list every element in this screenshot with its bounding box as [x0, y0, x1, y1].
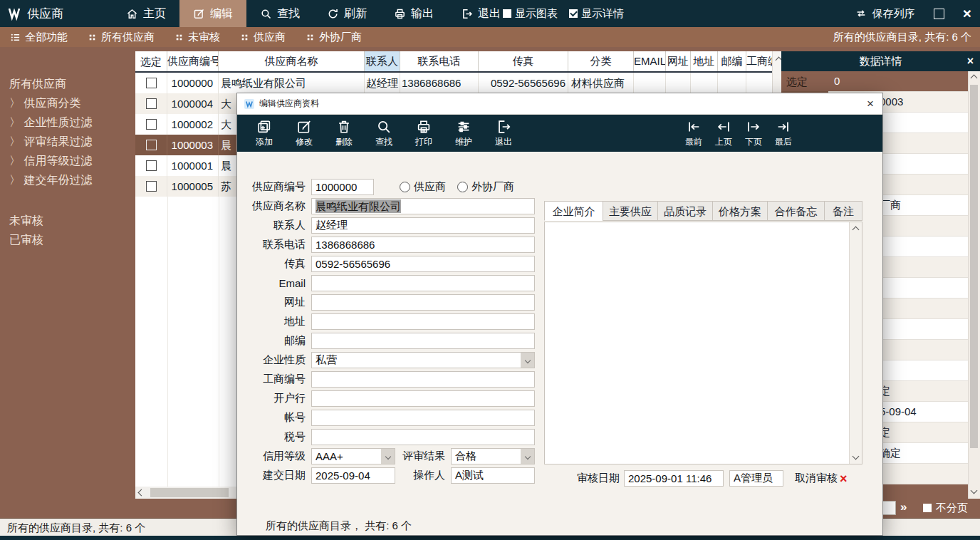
- sidebar-item-all-suppliers[interactable]: 所有供应商: [0, 74, 135, 93]
- show-chart-checkbox[interactable]: 显示图表: [503, 7, 558, 21]
- header-website[interactable]: 网址: [666, 51, 691, 71]
- nav-supplier[interactable]: 供应商: [230, 31, 296, 44]
- row-checkbox[interactable]: [146, 181, 157, 192]
- tab-price-plan[interactable]: 价格方案: [712, 201, 767, 221]
- account-field[interactable]: [311, 410, 535, 426]
- tab-quality-record[interactable]: 品质记录: [657, 201, 712, 221]
- table-row[interactable]: 1000000晨鸣纸业有限公司赵经理13868686860592-5656569…: [135, 73, 781, 93]
- company-profile-textarea[interactable]: [544, 222, 862, 464]
- row-checkbox[interactable]: [146, 140, 157, 150]
- menu-find[interactable]: 查找: [246, 0, 313, 27]
- row-checkbox[interactable]: [146, 78, 157, 88]
- row-checkbox[interactable]: [146, 119, 157, 130]
- show-details-checkbox[interactable]: 显示详情: [569, 7, 624, 21]
- header-contact[interactable]: 联系人: [365, 51, 400, 71]
- supplier-name-field[interactable]: 晨鸣纸业有限公司: [311, 198, 535, 214]
- dialog-maintain-button[interactable]: 维护: [444, 119, 484, 148]
- row-checkbox[interactable]: [146, 98, 157, 109]
- dialog-delete-button[interactable]: 删除: [324, 119, 364, 148]
- nav-last-button[interactable]: 最后: [768, 119, 798, 148]
- tab-main-supply[interactable]: 主要供应: [603, 201, 657, 221]
- radio-supplier[interactable]: 供应商: [400, 180, 446, 194]
- nav-first-button[interactable]: 最前: [679, 119, 709, 148]
- operator-field[interactable]: [451, 467, 535, 484]
- scroll-up-icon[interactable]: [853, 227, 860, 234]
- menu-edit[interactable]: 编辑: [179, 0, 246, 27]
- sidebar-item-supplier-category[interactable]: 〉 供应商分类: [0, 93, 135, 113]
- bank-field[interactable]: [311, 390, 535, 407]
- nav-prev-button[interactable]: 上页: [709, 119, 739, 148]
- nav-next-button[interactable]: 下页: [739, 119, 768, 148]
- nav-all-functions[interactable]: 全部功能: [0, 31, 78, 44]
- row-checkbox-cell[interactable]: [135, 114, 167, 135]
- header-fax[interactable]: 传真: [479, 51, 568, 71]
- row-checkbox[interactable]: [146, 160, 157, 171]
- dialog-print-button[interactable]: 打印: [404, 119, 444, 148]
- header-category[interactable]: 分类: [568, 51, 634, 71]
- close-button[interactable]: ×: [963, 0, 971, 27]
- nav-all-suppliers[interactable]: 所有供应商: [78, 31, 165, 44]
- scroll-down-icon[interactable]: [853, 453, 860, 460]
- chevron-down-icon[interactable]: [521, 353, 534, 368]
- nature-dropdown[interactable]: [311, 352, 535, 368]
- row-checkbox-cell[interactable]: [135, 135, 167, 155]
- review-dropdown[interactable]: [451, 448, 535, 464]
- nav-unaudited[interactable]: 未审核: [165, 31, 230, 44]
- email-field[interactable]: [311, 275, 535, 291]
- zipcode-field[interactable]: [311, 333, 535, 349]
- hscroll-thumb[interactable]: [150, 488, 229, 497]
- memo-scrollbar[interactable]: [849, 222, 862, 464]
- nav-outsource-vendor[interactable]: 外协厂商: [296, 31, 372, 44]
- header-supplier-name[interactable]: 供应商名称: [219, 51, 365, 71]
- scroll-up-icon[interactable]: [971, 75, 978, 82]
- row-checkbox-cell[interactable]: [135, 93, 167, 114]
- chevron-down-icon[interactable]: [521, 449, 534, 464]
- sidebar-item-nature-filter[interactable]: 〉 企业性质过滤: [0, 113, 135, 132]
- scroll-down-icon[interactable]: [971, 487, 978, 494]
- credit-dropdown[interactable]: [311, 448, 395, 464]
- dialog-close-icon[interactable]: ×: [867, 93, 874, 115]
- details-scroll-thumb[interactable]: [970, 85, 978, 448]
- business-no-field[interactable]: [311, 371, 535, 388]
- dialog-modify-button[interactable]: 修改: [284, 119, 324, 148]
- row-checkbox-cell[interactable]: [135, 155, 167, 176]
- header-supplier-no[interactable]: 供应商编号: [167, 51, 219, 71]
- tab-remarks[interactable]: 备注: [824, 201, 862, 221]
- row-checkbox-cell[interactable]: [135, 176, 167, 197]
- sidebar-item-credit-filter[interactable]: 〉 信用等级过滤: [0, 151, 135, 170]
- cancel-audit-link[interactable]: 取消审核 ×: [795, 472, 848, 485]
- dialog-add-button[interactable]: 添加: [244, 119, 284, 148]
- maximize-button[interactable]: [934, 9, 944, 19]
- detail-row[interactable]: 选定0: [781, 71, 969, 92]
- sidebar-item-review-filter[interactable]: 〉 评审结果过滤: [0, 132, 135, 151]
- chevron-down-icon[interactable]: [381, 449, 395, 464]
- website-field[interactable]: [311, 294, 535, 311]
- no-paging-checkbox[interactable]: [923, 504, 932, 512]
- contact-field[interactable]: [311, 217, 535, 234]
- menu-output[interactable]: 输出: [380, 0, 447, 27]
- header-zipcode[interactable]: 邮编: [718, 51, 746, 71]
- audit-date-field[interactable]: [624, 470, 724, 487]
- dialog-exit-button[interactable]: 退出: [484, 119, 523, 148]
- details-scrollbar[interactable]: [968, 71, 980, 499]
- established-date-field[interactable]: [311, 467, 395, 484]
- radio-outsource-vendor[interactable]: 外协厂商: [457, 180, 514, 194]
- sidebar-item-year-filter[interactable]: 〉 建交年份过滤: [0, 170, 135, 189]
- address-field[interactable]: [311, 313, 535, 330]
- save-column-order-button[interactable]: 保存列序: [855, 7, 915, 21]
- menu-home[interactable]: 主页: [113, 0, 179, 27]
- supplier-no-field[interactable]: [311, 179, 374, 195]
- phone-field[interactable]: [311, 237, 535, 253]
- header-selected[interactable]: 选定: [135, 51, 167, 71]
- tab-company-profile[interactable]: 企业简介: [544, 201, 603, 221]
- sidebar-item-audited[interactable]: 已审核: [0, 230, 135, 249]
- scroll-left-icon[interactable]: [135, 487, 147, 499]
- details-close-icon[interactable]: ×: [967, 55, 974, 68]
- fax-field[interactable]: [311, 256, 535, 272]
- header-address[interactable]: 地址: [691, 51, 718, 71]
- double-chevron-right-icon[interactable]: »: [900, 500, 905, 514]
- tab-cooperation-memo[interactable]: 合作备忘: [767, 201, 824, 221]
- header-email[interactable]: EMAIL: [634, 51, 666, 71]
- dialog-find-button[interactable]: 查找: [364, 119, 404, 148]
- menu-refresh[interactable]: 刷新: [313, 0, 380, 27]
